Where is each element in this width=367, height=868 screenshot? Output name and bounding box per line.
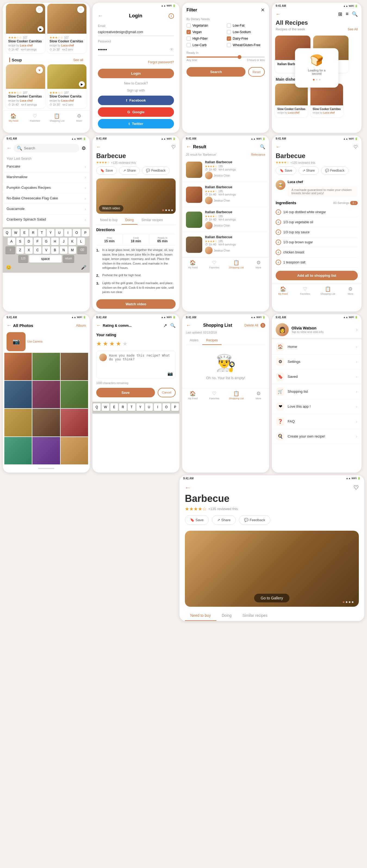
emoji-icon[interactable]: 😊: [6, 265, 11, 270]
add-ingredient-6[interactable]: +: [276, 260, 281, 265]
feedback-btn-ing[interactable]: 💬 Feedback: [321, 166, 348, 175]
save-btn-ing[interactable]: 🔖 Save: [276, 166, 296, 175]
key-z[interactable]: Z: [16, 246, 24, 254]
large-share-btn[interactable]: ↗ Share: [212, 515, 236, 525]
favorite-btn-1[interactable]: ♡: [36, 6, 43, 13]
add-ingredient-4[interactable]: +: [276, 240, 281, 245]
checkbox-vegan[interactable]: [187, 30, 191, 34]
nav-fav-shop[interactable]: ♡Favorites: [207, 391, 221, 400]
result-item-1[interactable]: Italian Barbecue ★★★★☆195 ⏱ 1h 40 🍽 4 se…: [182, 157, 269, 182]
nav-fav-ing[interactable]: ♡Favorites: [298, 286, 312, 295]
filter-icon-search[interactable]: ⚙: [82, 145, 86, 151]
barbecue-back-btn[interactable]: ←: [96, 144, 101, 150]
key-e-2[interactable]: E: [110, 403, 118, 411]
key-y-2[interactable]: Y: [137, 403, 144, 411]
photo-6[interactable]: [61, 381, 88, 408]
rating-back-btn[interactable]: ←: [96, 323, 101, 328]
nav-feed-1[interactable]: 🏠 My Feed: [6, 113, 20, 122]
photo-8[interactable]: [32, 409, 60, 436]
key-v[interactable]: V: [43, 246, 50, 254]
add-ingredient-5[interactable]: +: [276, 250, 281, 255]
key-e[interactable]: E: [21, 229, 28, 237]
key-y[interactable]: Y: [47, 229, 54, 237]
menu-home[interactable]: 🏠 Home ›: [272, 340, 362, 354]
key-return[interactable]: return: [63, 255, 74, 262]
star-3[interactable]: ★: [109, 340, 115, 347]
nav-feed-ing[interactable]: 🏠My Feed: [276, 286, 290, 295]
key-delete[interactable]: ⌫: [77, 246, 87, 254]
checkbox-lowfat[interactable]: [227, 23, 231, 28]
tab-similar[interactable]: Similar recipes: [138, 216, 167, 225]
nav-favorites-results[interactable]: ♡ Favorites: [207, 260, 221, 269]
menu-create-recipe[interactable]: 🍳 Create your own recipe! ›: [272, 429, 362, 444]
star-4[interactable]: ★: [116, 340, 121, 347]
photo-1[interactable]: [4, 353, 32, 380]
key-o[interactable]: O: [73, 229, 81, 237]
large-tab-doing[interactable]: Doing: [217, 611, 237, 621]
camera-attach-icon[interactable]: 📷: [167, 371, 173, 376]
key-f[interactable]: F: [34, 238, 41, 245]
shopping-back-btn[interactable]: ←: [186, 323, 191, 328]
feedback-btn[interactable]: 💬 Feedback: [142, 166, 170, 175]
results-search-icon[interactable]: 🔍: [260, 144, 265, 149]
filter-lowcarb[interactable]: Low-Carb: [187, 43, 225, 47]
filter-close-btn[interactable]: ✕: [261, 7, 265, 13]
filter-glutenfree[interactable]: Wheat/Gluten-Free: [227, 43, 265, 47]
recent-item-6[interactable]: Cranberry Spinach Salad ›: [3, 215, 90, 225]
key-o-2[interactable]: O: [163, 403, 170, 411]
filter-dairyfree[interactable]: Dairy-Free: [227, 36, 265, 41]
filter-lowsodium[interactable]: Low-Sodium: [227, 30, 265, 34]
password-toggle[interactable]: 👁: [170, 47, 174, 52]
key-q[interactable]: Q: [3, 229, 11, 237]
results-sort[interactable]: Relevance: [251, 153, 265, 156]
key-n[interactable]: N: [60, 246, 67, 254]
filter-lowfat[interactable]: Low-Fat: [227, 23, 265, 28]
nav-shop-shop[interactable]: 📋Shopping List: [229, 391, 244, 400]
key-m[interactable]: M: [68, 246, 76, 254]
checkbox-vegetarian[interactable]: [187, 23, 191, 28]
profile-avatar[interactable]: 👩: [276, 323, 289, 336]
rating-cancel-btn[interactable]: Cancel: [158, 388, 176, 397]
star-2[interactable]: ★: [103, 340, 108, 347]
key-i[interactable]: I: [64, 229, 72, 237]
photo-10[interactable]: [4, 437, 32, 464]
save-btn[interactable]: 🔖 Save: [96, 166, 117, 175]
comment-textarea[interactable]: [109, 353, 173, 375]
large-favorite-icon[interactable]: ♡: [354, 484, 359, 491]
filter-highfiber[interactable]: High-Fiber: [187, 36, 225, 41]
key-h[interactable]: H: [51, 238, 59, 245]
nav-shop-ing[interactable]: 📋Shopping List: [320, 286, 335, 295]
nav-shopping-1[interactable]: 📋 Shopping List: [50, 113, 64, 122]
checkbox-lowsodium[interactable]: [227, 30, 231, 34]
grid-icon[interactable]: ⊞: [338, 11, 342, 17]
use-camera-btn[interactable]: 📷: [6, 332, 26, 351]
add-ingredient-2[interactable]: +: [276, 219, 281, 225]
add-shopping-btn[interactable]: Add all to shopping list: [276, 271, 358, 280]
key-p[interactable]: P: [82, 229, 89, 237]
star-rating-input[interactable]: ★ ★ ★ ★ ★: [96, 340, 176, 347]
nav-favorites-1[interactable]: ♡ Favorites: [28, 113, 41, 122]
result-item-4[interactable]: Italian Barbecue ★★★★☆195 ⏱ 1h 40🍽 4 ser…: [182, 232, 269, 257]
recent-item-1[interactable]: Pancake ›: [3, 162, 90, 172]
photos-back-btn[interactable]: ←: [6, 323, 11, 328]
recent-item-4[interactable]: No-Bake Cheesecake Flag Cake ›: [3, 193, 90, 204]
key-g[interactable]: G: [43, 238, 50, 245]
key-x[interactable]: X: [25, 246, 33, 254]
favorite-btn-3[interactable]: ♥: [36, 66, 43, 73]
key-b[interactable]: B: [51, 246, 59, 254]
share-btn[interactable]: ↗ Share: [119, 166, 140, 175]
email-input[interactable]: [98, 29, 174, 36]
key-w-2[interactable]: W: [102, 403, 109, 411]
rating-save-btn[interactable]: Save: [96, 388, 155, 397]
see-all-allrecipes[interactable]: See All: [348, 27, 358, 31]
photo-11[interactable]: [32, 437, 60, 464]
key-r-2[interactable]: R: [119, 403, 127, 411]
facebook-btn[interactable]: f Facebook: [98, 96, 174, 105]
search-icon-allrecipes[interactable]: 🔍: [352, 11, 358, 17]
key-c[interactable]: C: [34, 246, 41, 254]
menu-settings[interactable]: ⚙ Settings ›: [272, 354, 362, 369]
key-k[interactable]: K: [68, 238, 76, 245]
checkbox-lowcarb[interactable]: [187, 43, 191, 47]
key-space[interactable]: space: [29, 255, 62, 262]
see-all-soup[interactable]: See all: [73, 58, 83, 62]
